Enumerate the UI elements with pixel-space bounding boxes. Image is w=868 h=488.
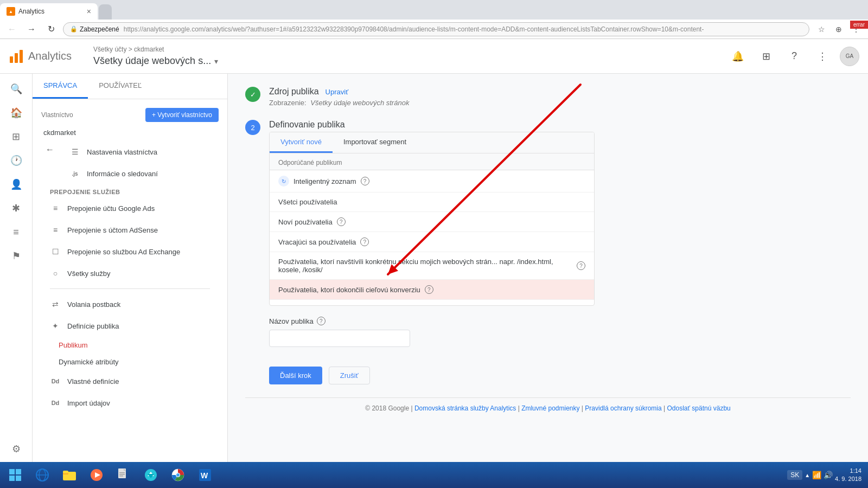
sidebar-flags[interactable]: ⚑ <box>5 245 27 267</box>
active-tab[interactable]: Analytics × <box>0 3 98 20</box>
breadcrumb: Všetky účty > ckdmarket Všetky údaje web… <box>80 46 718 67</box>
files-button[interactable] <box>111 464 137 486</box>
nav-adsense[interactable]: ≡ Prepojenie s účtom AdSense <box>41 219 219 241</box>
new-users-help[interactable]: ? <box>337 217 346 226</box>
nav-audience-definitions[interactable]: ✦ Definície publika <box>41 315 219 337</box>
breadcrumb-bottom: Všetky údaje webových s... ▾ <box>93 55 718 67</box>
error-badge: errar <box>850 21 868 29</box>
next-step-button[interactable]: Ďalší krok <box>269 367 322 384</box>
reload-button[interactable]: ↻ <box>43 22 59 37</box>
help-button[interactable]: ? <box>783 46 805 67</box>
chrome-button[interactable] <box>165 464 191 486</box>
returning-users-label: Vracajúci sa používatelia <box>278 238 356 246</box>
cancel-button[interactable]: Zrušiť <box>329 367 370 384</box>
tab-user[interactable]: POUŽÍVATEĽ <box>88 74 152 99</box>
footer-link-privacy[interactable]: Pravidlá ochrany súkromia <box>585 404 661 412</box>
step-1: ✓ Zdroj publika Upraviť Zobrazenie: Všet… <box>245 87 851 107</box>
media-button[interactable] <box>84 464 110 486</box>
tab-close-button[interactable]: × <box>87 7 91 16</box>
address-input[interactable]: 🔒 Zabezpečené https://analytics.google.c… <box>63 22 809 36</box>
nav-import-data[interactable]: Dd Import údajov <box>41 392 219 414</box>
section-visitors-help[interactable]: ? <box>577 261 585 270</box>
sidebar-realtime[interactable]: 🕐 <box>5 150 27 171</box>
svg-rect-19 <box>119 476 123 477</box>
system-tray: SK ▲ 📶 🔊 1:14 4. 9. 2018 <box>787 467 866 484</box>
inactive-tab[interactable] <box>99 4 112 20</box>
footer-link-feedback[interactable]: Odoslať spätnú väzbu <box>667 404 731 412</box>
divider-1 <box>50 288 210 289</box>
nav-property-settings[interactable]: ☰ Nastavenia vlastníctva <box>61 141 219 163</box>
audience-name-input[interactable] <box>269 330 410 347</box>
name-help-icon[interactable]: ? <box>317 317 326 325</box>
word-button[interactable]: W <box>192 464 218 486</box>
sub-nav-dynamic[interactable]: Dynamické atribúty <box>41 354 219 370</box>
all-users-label: Všetci používatelia <box>278 198 337 206</box>
services-section-title: PREPOJENIE SLUŽIEB <box>41 184 219 197</box>
nav-postback[interactable]: ⇄ Volania postback <box>41 293 219 315</box>
action-buttons: Ďalší krok Zrušiť <box>269 367 851 384</box>
address-url: https://analytics.google.com/analytics/w… <box>124 25 704 33</box>
create-property-button[interactable]: + Vytvoriť vlastníctvo <box>145 108 219 122</box>
returning-users-help[interactable]: ? <box>360 237 369 246</box>
sidebar-audience[interactable]: 👤 <box>5 174 27 195</box>
tab-admin[interactable]: SPRÁVCA <box>33 74 88 99</box>
audience-item-transaction[interactable]: Používatelia, ktorí dokončili transakciu… <box>270 300 594 305</box>
sidebar-home[interactable]: 🏠 <box>5 102 27 124</box>
audience-name-label: Názov publika ? <box>269 317 595 325</box>
svg-rect-12 <box>63 471 68 473</box>
goal-conversion-help[interactable]: ? <box>425 285 433 294</box>
tab-import-segment[interactable]: Importovať segment <box>333 132 417 153</box>
ga-logo-text: Analytics <box>28 50 72 62</box>
taskbar-time: 1:14 4. 9. 2018 <box>835 467 861 484</box>
folder-button[interactable] <box>56 464 82 486</box>
svg-text:W: W <box>201 471 208 480</box>
footer-link-analytics[interactable]: Domovská stránka služby Analytics <box>414 404 516 412</box>
ie-icon <box>34 466 51 484</box>
language-indicator[interactable]: SK <box>787 470 802 480</box>
sidebar-settings[interactable]: ⚙ <box>5 438 27 460</box>
step-2: 2 Definovanie publika Vytvoriť nové Impo… <box>245 120 851 384</box>
nav-tracking-info[interactable]: .js Informácie o sledovaní <box>61 163 219 184</box>
step-2-indicator: 2 <box>245 120 260 135</box>
sidebar-reports[interactable]: ⊞ <box>5 126 27 147</box>
forward-button[interactable]: → <box>24 22 39 37</box>
nav-google-ads[interactable]: ≡ Prepojenie účtu Google Ads <box>41 197 219 219</box>
back-button[interactable]: ← <box>4 22 20 37</box>
audience-item-new[interactable]: Noví používatelia ? <box>270 212 594 232</box>
nav-all-services[interactable]: ○ Všetky služby <box>41 262 219 284</box>
audience-item-smart[interactable]: ↻ Inteligentný zoznam ? <box>270 170 594 192</box>
tab-create-new[interactable]: Vytvoriť nové <box>270 132 333 153</box>
start-button[interactable] <box>2 464 28 486</box>
extensions-button[interactable]: ⊕ <box>831 22 846 37</box>
smart-list-help[interactable]: ? <box>361 177 369 185</box>
adsense-icon: ≡ <box>50 224 61 235</box>
bookmark-button[interactable]: ☆ <box>814 22 829 37</box>
apps-button[interactable]: ⊞ <box>755 46 777 67</box>
nav-ad-exchange[interactable]: ☐ Prepojenie so službou Ad Exchange <box>41 241 219 262</box>
more-options-button[interactable]: ⋮ <box>812 46 833 67</box>
back-nav-button[interactable]: ← <box>41 141 59 158</box>
nav-custom-definitions[interactable]: Dd Vlastné definície <box>41 370 219 392</box>
breadcrumb-dropdown[interactable]: ▾ <box>214 57 218 66</box>
sidebar-behavior[interactable]: ≡ <box>5 221 27 243</box>
avatar[interactable]: GA <box>840 47 859 66</box>
notifications-button[interactable]: 🔔 <box>727 46 749 67</box>
sidebar-search[interactable]: 🔍 <box>5 78 27 100</box>
audience-item-all[interactable]: Všetci používatelia <box>270 192 594 212</box>
sidebar-acquisition[interactable]: ✱ <box>5 197 27 219</box>
dd-icon-2: Dd <box>50 397 61 408</box>
section-visitors-label: Používatelia, ktorí navštívili konkrétnu… <box>278 258 572 274</box>
footer-link-terms[interactable]: Zmluvné podmienky <box>521 404 579 412</box>
header-actions: 🔔 ⊞ ? ⋮ GA <box>727 46 859 67</box>
edit-source-link[interactable]: Upraviť <box>326 88 348 96</box>
audience-item-goal[interactable]: Používatelia, ktorí dokončili cieľovú ko… <box>270 280 594 300</box>
volume-icon: 🔊 <box>824 471 833 479</box>
expand-tray-icon[interactable]: ▲ <box>805 472 810 478</box>
ie-button[interactable] <box>29 464 55 486</box>
network-icon: 📶 <box>812 471 821 479</box>
audience-item-returning[interactable]: Vracajúci sa používatelia ? <box>270 232 594 252</box>
download-button[interactable] <box>138 464 164 486</box>
browser-tab-bar: Analytics × <box>0 0 868 20</box>
audience-item-section[interactable]: Používatelia, ktorí navštívili konkrétnu… <box>270 252 594 280</box>
sub-nav-publikum[interactable]: Publikum <box>41 337 219 354</box>
